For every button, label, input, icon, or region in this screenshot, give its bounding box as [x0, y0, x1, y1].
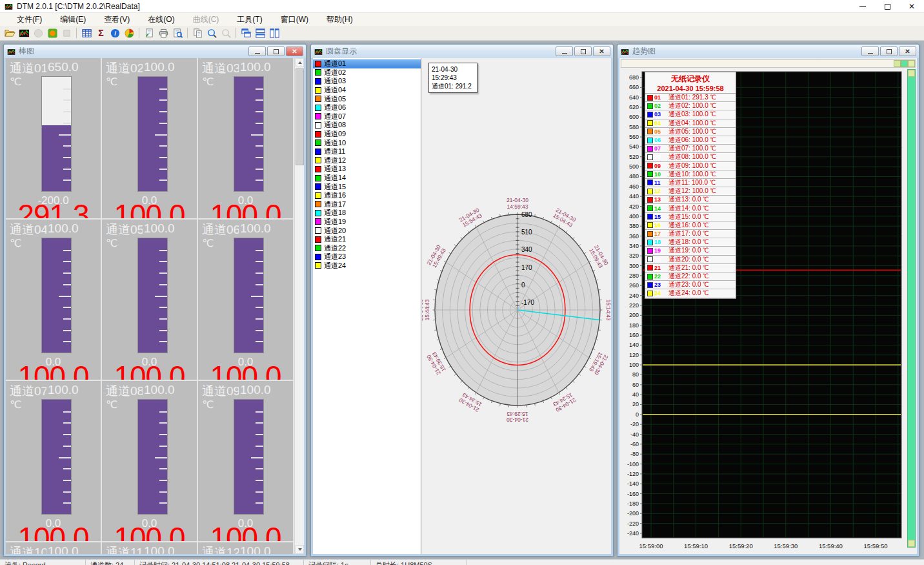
hscroll-end-button-2[interactable] — [908, 60, 915, 67]
copy-icon[interactable] — [190, 26, 205, 39]
bar-window-title-bar[interactable]: 棒图 ✕ — [4, 45, 306, 58]
channel-list-item[interactable]: 通道08 — [313, 121, 421, 130]
channel-list-item[interactable]: 通道22 — [313, 243, 421, 252]
bar-window-restore-button[interactable] — [267, 46, 285, 56]
channel-list-item[interactable]: 通道09 — [313, 130, 421, 139]
legend-row: 11通道11: 100.0 ℃ — [645, 179, 736, 187]
disc-window-close-button[interactable]: ✕ — [593, 46, 610, 56]
channel-list-item[interactable]: 通道15 — [313, 182, 421, 191]
menu-item-7[interactable]: 窗口(W) — [272, 13, 317, 26]
channel-color-swatch — [315, 183, 321, 190]
svg-text:14:59:43: 14:59:43 — [507, 203, 528, 210]
legend-channel-value: 通道12: 100.0 ℃ — [663, 187, 716, 196]
scrollbar-thumb[interactable] — [296, 68, 304, 165]
channel-list-item[interactable]: 通道11 — [313, 147, 421, 156]
disc-window-title-bar[interactable]: 圆盘显示 ✕ — [311, 45, 613, 58]
maximize-button[interactable] — [875, 0, 899, 13]
channel-list-item[interactable]: 通道10 — [313, 138, 421, 147]
pie-chart-icon[interactable] — [122, 26, 136, 39]
gauge-tick — [159, 157, 167, 158]
bar-window-minimize-button[interactable] — [248, 46, 266, 56]
menu-item-6[interactable]: 工具(T) — [228, 13, 271, 26]
gauge-tick — [63, 480, 71, 481]
channel-list-item[interactable]: 通道01 — [313, 59, 421, 68]
scroll-up-button[interactable] — [296, 58, 304, 67]
open-file-icon[interactable] — [3, 26, 17, 39]
bar-window-scrollbar[interactable] — [294, 58, 304, 554]
info-icon[interactable]: i — [108, 26, 122, 39]
scroll-down-button[interactable] — [296, 545, 304, 554]
tile-vertical-icon[interactable] — [267, 26, 281, 39]
channel-list-item[interactable]: 通道05 — [313, 94, 421, 103]
channel-name: 通道03 — [202, 60, 239, 74]
print-preview-icon[interactable] — [170, 26, 185, 39]
print-icon[interactable] — [156, 26, 170, 39]
record-active-icon[interactable] — [45, 26, 59, 39]
channel-list-item[interactable]: 通道19 — [313, 218, 421, 227]
vscroll-end-button[interactable] — [908, 540, 915, 547]
menu-item-4[interactable]: 在线(O) — [139, 13, 183, 26]
svg-text:80: 80 — [632, 371, 639, 378]
menu-item-8[interactable]: 帮助(H) — [317, 13, 362, 26]
channel-list-item[interactable]: 通道02 — [313, 68, 421, 77]
trend-window-restore-button[interactable] — [880, 46, 898, 56]
stop-icon[interactable] — [59, 26, 74, 39]
svg-text:280: 280 — [629, 272, 639, 279]
channel-list-item[interactable]: 通道20 — [313, 226, 421, 235]
channel-color-swatch — [315, 105, 321, 111]
cascade-windows-icon[interactable] — [239, 26, 253, 39]
legend-channel-number: 12 — [654, 188, 663, 194]
bar-gauge-cell: 通道02100.0℃0.0100.0 — [102, 58, 197, 218]
sigma-icon[interactable]: Σ — [94, 26, 108, 39]
legend-channel-number: 02 — [654, 103, 663, 109]
close-button[interactable]: ✕ — [899, 0, 924, 13]
channel-list-item[interactable]: 通道07 — [313, 112, 421, 121]
trend-window-title-bar[interactable]: 趋势图 ✕ — [618, 45, 919, 58]
hscroll-end-button[interactable] — [894, 60, 901, 67]
gauge-tick — [155, 296, 167, 297]
channel-list-item[interactable]: 通道14 — [313, 174, 421, 183]
channel-list-item[interactable]: 通道13 — [313, 165, 421, 174]
trend-horizontal-scrollbar[interactable] — [621, 59, 916, 68]
trend-window-minimize-button[interactable] — [861, 46, 879, 56]
zoom-out-icon[interactable] — [219, 26, 233, 39]
export-icon[interactable] — [142, 26, 156, 39]
hscroll-thumb[interactable] — [901, 60, 908, 67]
channel-list-item[interactable]: 通道23 — [313, 252, 421, 262]
channel-name: 通道09 — [202, 383, 239, 397]
disc-window-restore-button[interactable] — [574, 46, 592, 56]
channel-list-item[interactable]: 通道18 — [313, 209, 421, 218]
channel-list-item[interactable]: 通道04 — [313, 86, 421, 95]
channel-list-item[interactable]: 通道06 — [313, 103, 421, 112]
app-chart-icon[interactable] — [17, 26, 31, 39]
channel-list-item[interactable]: 通道24 — [313, 262, 421, 271]
channel-list-item[interactable]: 通道17 — [313, 200, 421, 209]
gauge-unit: ℃ — [202, 237, 214, 249]
channel-value: 291.3 — [6, 198, 101, 218]
zoom-icon[interactable] — [205, 26, 219, 39]
channel-list-item[interactable]: 通道12 — [313, 156, 421, 165]
legend-channel-value: 通道20: 0.0 ℃ — [663, 256, 709, 264]
channel-list-item[interactable]: 通道21 — [313, 235, 421, 244]
menu-item-2[interactable]: 编辑(E) — [51, 13, 95, 26]
tile-horizontal-icon[interactable] — [253, 26, 267, 39]
minimize-button[interactable] — [850, 0, 875, 13]
trend-vertical-scrollbar[interactable] — [907, 69, 916, 548]
legend-row: 21通道21: 0.0 ℃ — [645, 264, 736, 272]
record-icon[interactable] — [31, 26, 45, 39]
channel-list-item[interactable]: 通道16 — [313, 191, 421, 200]
channel-list-item[interactable]: 通道03 — [313, 77, 421, 86]
menu-item-5[interactable]: 曲线(C) — [184, 13, 228, 26]
bar-window-close-button[interactable]: ✕ — [286, 46, 303, 56]
data-table-icon[interactable] — [79, 26, 94, 39]
legend-channel-number: 09 — [654, 163, 663, 169]
trend-window-close-button[interactable]: ✕ — [899, 46, 916, 56]
disc-window-minimize-button[interactable] — [556, 46, 573, 56]
vscroll-thumb[interactable] — [908, 70, 915, 77]
menu-item-3[interactable]: 查看(V) — [95, 13, 139, 26]
menu-item-1[interactable]: 文件(F) — [8, 13, 51, 26]
polar-chart-area: 6805103401700-17021-04-3014:59:4321-04-3… — [422, 58, 611, 554]
trend-legend: 无纸记录仪2021-04-30 15:59:5801通道01: 291.3 ℃0… — [645, 72, 736, 299]
svg-text:-120: -120 — [627, 471, 639, 477]
legend-channel-number: 08 — [654, 154, 663, 160]
